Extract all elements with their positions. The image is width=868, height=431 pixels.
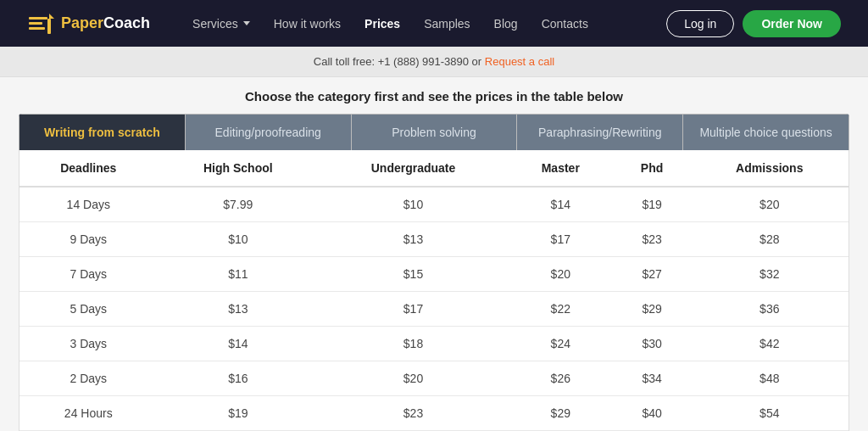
table-cell: $18 (319, 327, 508, 361)
table-cell: $17 (508, 222, 614, 257)
table-row: 5 Days$13$17$22$29$36 (19, 292, 849, 327)
table-cell: $16 (158, 361, 320, 396)
table-cell: $22 (508, 292, 614, 327)
table-row: 7 Days$11$15$20$27$32 (19, 257, 849, 292)
col-master: Master (508, 150, 614, 187)
table-cell: 3 Days (19, 327, 158, 361)
table-cell: $40 (614, 396, 691, 431)
col-admissions: Admissions (691, 150, 849, 187)
table-header: Deadlines High School Undergraduate Mast… (19, 150, 849, 187)
table-row: 9 Days$10$13$17$23$28 (19, 222, 849, 257)
nav-samples[interactable]: Samples (412, 10, 481, 37)
table-cell: $48 (691, 361, 849, 396)
table-cell: 7 Days (19, 257, 158, 292)
toll-free-text: Call toll free: +1 (888) 991-3890 or (314, 55, 485, 68)
table-cell: $34 (614, 361, 691, 396)
nav-how-it-works[interactable]: How it works (262, 10, 353, 37)
logo[interactable]: PaperCoach (27, 10, 150, 37)
col-undergraduate: Undergraduate (319, 150, 508, 187)
tab-paraphrasing-rewriting[interactable]: Paraphrasing/Rewriting (517, 114, 683, 150)
svg-rect-2 (29, 27, 45, 30)
svg-marker-3 (49, 14, 54, 19)
table-cell: $23 (614, 222, 691, 257)
svg-rect-0 (29, 17, 47, 20)
table-cell: $26 (508, 361, 614, 396)
svg-rect-1 (29, 22, 42, 25)
table-cell: 5 Days (19, 292, 158, 327)
table-cell: $54 (691, 396, 849, 431)
price-table-wrapper: Deadlines High School Undergraduate Mast… (19, 150, 849, 431)
nav-actions: Log in Order Now (666, 10, 841, 37)
table-cell: $23 (319, 396, 508, 431)
tab-writing-from-scratch[interactable]: Writing from scratch (19, 114, 186, 150)
nav-links: Services How it works Prices Samples Blo… (181, 10, 646, 37)
table-row: 14 Days$7.99$10$14$19$20 (19, 187, 849, 222)
order-now-button[interactable]: Order Now (743, 10, 841, 37)
table-cell: $10 (319, 187, 508, 222)
table-cell: $13 (319, 222, 508, 257)
table-cell: $28 (691, 222, 849, 257)
login-button[interactable]: Log in (666, 10, 734, 37)
table-cell: $29 (508, 396, 614, 431)
logo-text: PaperCoach (61, 14, 150, 32)
tab-editing-proofreading[interactable]: Editing/proofreading (186, 114, 352, 150)
table-cell: 14 Days (19, 187, 158, 222)
table-cell: $14 (508, 187, 614, 222)
table-cell: $13 (158, 292, 320, 327)
page-title: Choose the category first and see the pr… (0, 77, 868, 114)
tabs-row: Writing from scratch Editing/proofreadin… (19, 114, 849, 150)
table-cell: $7.99 (158, 187, 320, 222)
table-cell: $14 (158, 327, 320, 361)
nav-contacts[interactable]: Contacts (530, 10, 600, 37)
nav-services[interactable]: Services (181, 10, 262, 37)
table-cell: $10 (158, 222, 320, 257)
logo-icon (27, 10, 54, 37)
table-cell: 24 Hours (19, 396, 158, 431)
svg-rect-4 (47, 19, 51, 34)
col-highschool: High School (158, 150, 320, 187)
table-cell: 9 Days (19, 222, 158, 257)
table-cell: $36 (691, 292, 849, 327)
toll-free-bar: Call toll free: +1 (888) 991-3890 or Req… (0, 47, 868, 77)
table-cell: $19 (614, 187, 691, 222)
table-cell: $30 (614, 327, 691, 361)
table-cell: $27 (614, 257, 691, 292)
table-cell: $42 (691, 327, 849, 361)
table-cell: $20 (691, 187, 849, 222)
tab-multiple-choice[interactable]: Multiple choice questions (683, 114, 849, 150)
table-cell: $24 (508, 327, 614, 361)
navbar: PaperCoach Services How it works Prices … (0, 0, 868, 47)
table-cell: $32 (691, 257, 849, 292)
table-body: 14 Days$7.99$10$14$19$209 Days$10$13$17$… (19, 187, 849, 431)
nav-prices[interactable]: Prices (353, 10, 412, 37)
chevron-down-icon (243, 21, 250, 25)
nav-blog[interactable]: Blog (482, 10, 530, 37)
table-cell: $11 (158, 257, 320, 292)
col-deadlines: Deadlines (19, 150, 158, 187)
col-phd: Phd (614, 150, 691, 187)
table-cell: 2 Days (19, 361, 158, 396)
table-cell: $20 (319, 361, 508, 396)
tab-problem-solving[interactable]: Problem solving (352, 114, 518, 150)
table-cell: $20 (508, 257, 614, 292)
table-cell: $15 (319, 257, 508, 292)
table-cell: $17 (319, 292, 508, 327)
price-table: Deadlines High School Undergraduate Mast… (19, 150, 849, 431)
table-cell: $19 (158, 396, 320, 431)
table-row: 2 Days$16$20$26$34$48 (19, 361, 849, 396)
request-call-link[interactable]: Request a call (485, 55, 554, 68)
table-row: 3 Days$14$18$24$30$42 (19, 327, 849, 361)
table-row: 24 Hours$19$23$29$40$54 (19, 396, 849, 431)
table-cell: $29 (614, 292, 691, 327)
